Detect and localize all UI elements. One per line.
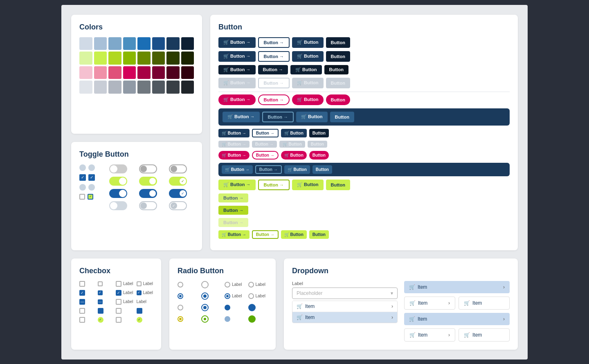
btn-navy-dark-flat[interactable]: Button [326,37,350,48]
btn-lime-1d[interactable]: Button [326,180,350,190]
btn-gray-4a[interactable]: 🛒 Button → [218,78,256,88]
toggle-outline-on-blue[interactable] [139,189,157,198]
btn-ondark-a[interactable]: 🛒 Button → [223,112,260,122]
cb-box-empty4[interactable] [79,308,85,314]
radio-checked-lg2[interactable] [201,304,221,311]
cb-empty-sm[interactable] [79,194,85,200]
btn-gray-4c[interactable]: 🛒 Button [292,78,323,88]
cb-box-empty6[interactable] [79,317,85,323]
btn-smdark-b[interactable]: Button → [255,165,282,174]
btn-ondark-d[interactable]: Button [330,112,354,122]
dropdown-item-1[interactable]: 🛒 Item › [292,301,397,312]
cb-box-empty7[interactable] [116,317,121,323]
btn-sm-1d[interactable]: Button [309,129,329,137]
btn-dark-3a[interactable]: 🛒 Button → [218,65,256,74]
btn-sm-2b[interactable]: Button → [252,141,277,148]
panel-item-4[interactable]: 🛒 Item › [404,313,510,325]
btn-lime-1b[interactable]: Button → [258,180,290,190]
panel-item-6[interactable]: 🛒 Item [459,328,510,342]
radio-btn-1c[interactable] [225,282,230,288]
cb-box-empty[interactable] [79,281,85,287]
btn-sm-3c[interactable]: 🛒 Button [281,151,307,160]
dropdown-select[interactable]: Placeholder ▾ [292,288,398,299]
btn-lime-3a[interactable]: Button → [218,206,248,215]
btn-sm-3a[interactable]: 🛒 Button → [218,151,250,160]
radio-btn-empty[interactable] [178,282,183,288]
btn-gray-4b[interactable]: Button → [258,78,290,88]
cb-circle-checked[interactable]: ✓ [98,317,103,323]
btn-lime-sm-1c[interactable]: 🛒 Button [281,230,307,239]
cb-lime-sm[interactable]: ✓ [88,194,93,200]
btn-lime-sm-1d[interactable]: Button [309,230,329,239]
cb-box-empty5[interactable] [116,308,121,314]
toggle-check-off[interactable] [169,164,187,173]
btn-navy-outline-arrow[interactable]: Button → [258,37,290,48]
btn-sm-3d[interactable]: Button [309,151,329,160]
panel-item-2[interactable]: 🛒 Item › [404,297,455,310]
cb-circle-checked2[interactable]: ✓ [137,317,142,323]
btn-sm-2a[interactable]: 🛒 Button → [218,141,250,148]
radio-lg-empty[interactable] [201,281,221,288]
btn-sm-1c[interactable]: 🛒 Button [281,129,307,137]
btn-darkest-3d[interactable]: Button [324,65,348,74]
toggle-off-2[interactable] [109,201,127,210]
btn-pink-1c[interactable]: 🛒 Button [292,94,323,105]
btn-smdark-d[interactable]: Button [312,165,332,174]
cb-box-blue-filled[interactable] [98,308,103,314]
btn-ondark-c[interactable]: 🛒 Button [296,112,327,122]
radio-btn-lg-empty[interactable] [201,281,209,288]
btn-sm-1a[interactable]: 🛒 Button → [218,129,250,137]
btn-navy-icon-arrow[interactable]: 🛒 Button → [218,37,256,48]
btn-lime-1a[interactable]: 🛒 Button → [218,180,256,190]
btn-lime-sm-1b[interactable]: Button → [252,230,279,239]
radio-btn-empty-sm2[interactable] [178,305,183,310]
btn-pink-1b[interactable]: Button → [258,94,290,105]
cb-box-checked2[interactable]: ✓ [116,290,121,296]
radio-green[interactable] [201,315,221,323]
radio-yellow[interactable] [178,316,197,322]
btn-lime-4a[interactable]: Button → [218,218,248,227]
btn-smdark-a[interactable]: 🛒 Button → [222,165,253,174]
btn-dark-3c[interactable]: 🛒 Button [290,65,321,74]
btn-navy-2c[interactable]: 🛒 Button [292,51,323,62]
toggle-check-on-blue[interactable]: ✓ [169,189,187,198]
cb-box-empty2[interactable] [116,281,121,287]
radio-btn-2d[interactable] [248,293,254,299]
toggle-outline-off2[interactable] [139,201,157,210]
cb-box-sm-indeterminate[interactable]: — [98,299,103,304]
btn-smdark-c[interactable]: 🛒 Button [284,165,310,174]
cb-box-sm-checked2[interactable]: ✓ [137,290,142,295]
cb-box-indeterminate[interactable]: — [79,299,85,305]
radio-btn-checked-lg[interactable] [201,292,209,300]
btn-lime-2a[interactable]: Button → [218,193,248,202]
panel-item-1[interactable]: 🛒 Item › [404,281,510,293]
toggle-on-blue[interactable] [109,189,127,198]
cb-box-empty3[interactable] [116,299,121,305]
radio-btn-2c[interactable] [225,293,230,299]
radio-checked-sm[interactable] [178,293,197,299]
cb-box-sm-empty2[interactable] [137,281,142,286]
radio-checked-lg[interactable] [201,292,221,300]
panel-item-5[interactable]: 🛒 Item › [404,328,455,342]
btn-navy-icon[interactable]: 🛒 Button [292,37,323,48]
cb-box-blue-filled2[interactable] [137,308,142,314]
radio-empty[interactable] [178,282,197,288]
btn-sm-1b[interactable]: Button → [252,129,279,137]
radio-btn-checked-sm[interactable] [178,293,183,299]
cb-box-checked[interactable]: ✓ [79,290,85,296]
radio-btn-checked-lg2[interactable] [201,304,209,311]
btn-dark-3b[interactable]: Button → [258,65,288,74]
dropdown-item-2[interactable]: 🛒 Item › [292,312,397,323]
toggle-outline-off[interactable] [139,164,157,173]
btn-sm-2d[interactable]: Button [308,141,327,148]
cb-box-sm-empty[interactable] [98,281,103,286]
btn-lime-1c[interactable]: 🛒 Button [292,180,323,190]
radio-empty-sm2[interactable] [178,305,197,310]
toggle-check-on-green[interactable]: ✓ [169,177,187,186]
cb-checked-sm2[interactable]: ✓ [88,174,95,181]
btn-pink-1d[interactable]: Button [326,94,350,105]
cb-box-sm-checked[interactable]: ✓ [98,290,103,295]
btn-sm-2c[interactable]: 🛒 Button [279,141,305,148]
radio-btn-green[interactable] [201,315,209,323]
btn-lime-sm-1a[interactable]: 🛒 Button → [218,230,250,239]
